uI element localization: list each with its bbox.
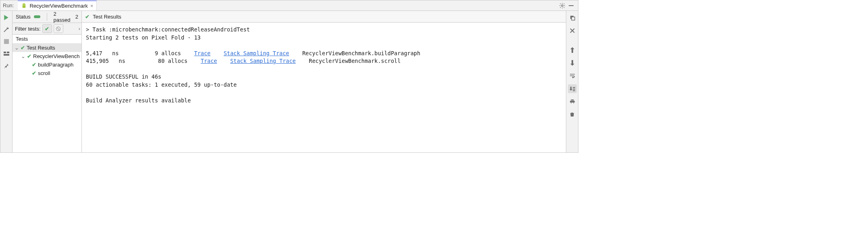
svg-rect-5: [4, 52, 6, 53]
tree-test-label: buildParagraph: [38, 62, 73, 68]
console-line: > Task :microbenchmark:connectedReleaseA…: [86, 26, 250, 33]
tree-root[interactable]: ⌄ ✔ Test Results: [13, 44, 81, 52]
tree-suite-label: RecyclerViewBench: [33, 53, 79, 59]
run-gutter: [0, 11, 13, 152]
minimize-icon[interactable]: [567, 1, 576, 10]
status-bar: Status 2 passed 2: [13, 11, 81, 23]
run-config-name: RecyclerViewBenchmark: [29, 3, 88, 9]
test-tree[interactable]: ⌄ ✔ Test Results ⌄ ✔ RecyclerViewBench ✔…: [13, 44, 81, 152]
export-icon[interactable]: [568, 13, 577, 22]
filter-label: Filter tests:: [15, 26, 41, 32]
stack-trace-link[interactable]: Stack Sampling Trace: [223, 50, 289, 56]
check-icon: ✔: [32, 62, 36, 68]
close-icon[interactable]: [568, 26, 577, 35]
run-config-tab[interactable]: RecyclerViewBenchmark ×: [18, 0, 97, 10]
status-passed: 2 passed: [54, 11, 72, 23]
console-line: BUILD SUCCESSFUL in 46s: [86, 73, 161, 80]
status-pill: [34, 15, 40, 18]
bench-time: 415,905: [86, 58, 109, 64]
right-gutter: [566, 11, 578, 152]
trash-icon[interactable]: [568, 110, 577, 119]
console-line: 60 actionable tasks: 1 executed, 59 up-t…: [86, 81, 237, 88]
layout-icon[interactable]: [3, 50, 10, 57]
bench-method: RecyclerViewBenchmark.buildParagraph: [302, 50, 420, 56]
check-icon: ✔: [27, 53, 31, 59]
run-panel-label: Run:: [3, 2, 14, 8]
scroll-to-end-icon[interactable]: [568, 84, 577, 93]
chevron-down-icon[interactable]: ⌄: [14, 45, 19, 51]
svg-rect-6: [7, 52, 9, 53]
results-header: ✔ Test Results: [82, 11, 566, 23]
bench-method: RecyclerViewBenchmark.scroll: [309, 58, 401, 64]
android-icon: [21, 3, 27, 9]
tests-column-header: Tests: [13, 35, 81, 44]
trace-link[interactable]: Trace: [201, 58, 217, 64]
check-icon: ✔: [85, 14, 90, 20]
console-line: Build Analyzer results available: [86, 97, 191, 104]
bench-allocs: 9 allocs: [155, 50, 181, 56]
bench-allocs: 80 allocs: [158, 58, 188, 64]
svg-point-0: [23, 4, 23, 4]
pin-icon[interactable]: [3, 62, 10, 69]
tree-test-item[interactable]: ✔ buildParagraph: [13, 60, 81, 69]
svg-rect-3: [569, 5, 574, 6]
stop-icon[interactable]: [3, 38, 10, 45]
tree-suite[interactable]: ⌄ ✔ RecyclerViewBench: [13, 52, 81, 60]
check-icon: ✔: [32, 70, 36, 76]
soft-wrap-icon[interactable]: [568, 71, 577, 80]
close-tab-icon[interactable]: ×: [90, 3, 94, 9]
filter-more-icon[interactable]: ››: [79, 26, 79, 31]
filter-bar: Filter tests: ✔ ››: [13, 23, 81, 35]
bench-time: 5,417: [86, 50, 102, 56]
trace-link[interactable]: Trace: [194, 50, 211, 56]
settings-icon[interactable]: [558, 1, 567, 10]
svg-rect-10: [572, 17, 575, 20]
bench-unit: ns: [119, 58, 125, 64]
status-label: Status: [16, 14, 31, 20]
tree-root-label: Test Results: [27, 45, 55, 51]
check-icon: ✔: [21, 45, 25, 51]
scroll-down-icon[interactable]: [568, 58, 577, 67]
tree-test-item[interactable]: ✔ scroll: [13, 69, 81, 77]
filter-ignored-button[interactable]: [54, 24, 63, 33]
svg-point-1: [25, 4, 25, 4]
console-line: Starting 2 tests on Pixel Fold - 13: [86, 34, 200, 41]
svg-rect-7: [4, 54, 9, 56]
stack-trace-link[interactable]: Stack Sampling Trace: [230, 58, 296, 64]
results-title: Test Results: [93, 14, 121, 20]
svg-rect-4: [4, 39, 9, 44]
bench-unit: ns: [112, 50, 119, 56]
console-output[interactable]: > Task :microbenchmark:connectedReleaseA…: [82, 23, 566, 152]
scroll-up-icon[interactable]: [568, 46, 577, 54]
status-total: 2: [75, 14, 78, 20]
svg-point-2: [561, 5, 563, 6]
filter-passed-button[interactable]: ✔: [42, 24, 52, 33]
tree-test-label: scroll: [38, 70, 50, 76]
wrench-icon[interactable]: [3, 26, 10, 33]
print-icon[interactable]: [568, 97, 577, 106]
run-icon[interactable]: [3, 14, 10, 21]
chevron-down-icon[interactable]: ⌄: [21, 53, 25, 59]
